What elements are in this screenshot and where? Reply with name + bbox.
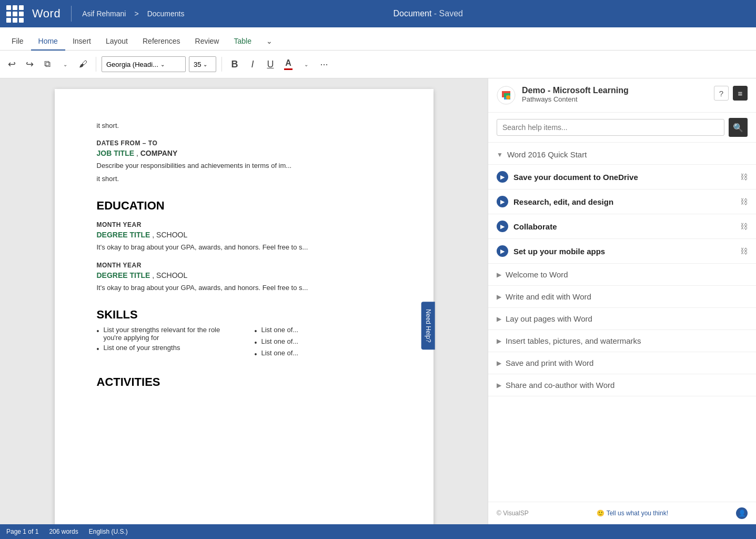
more-tools-button[interactable]: ···: [317, 56, 331, 73]
education-heading: EDUCATION: [97, 199, 391, 213]
section-label-5: Share and co-author with Word: [506, 381, 614, 390]
font-selector[interactable]: Georgia (Headi... ⌄: [102, 56, 186, 72]
section-label-4: Save and print with Word: [506, 358, 593, 367]
document-area: it short. DATES FROM – TO JOB TITLE , CO…: [0, 78, 488, 524]
word-count: 206 words: [49, 528, 78, 535]
expand-icon-0: ▶: [497, 271, 501, 278]
skills-col-2: • List one of... • List one of... • List…: [255, 326, 391, 361]
edu-desc-2: It's okay to brag about your GPA, awards…: [97, 283, 391, 293]
divider-2: [221, 57, 222, 72]
intro-text: it short.: [97, 121, 391, 131]
skills-grid: • List your strengths relevant for the r…: [97, 326, 391, 361]
tab-insert[interactable]: Insert: [65, 33, 98, 51]
section-label-1: Write and edit with Word: [506, 292, 591, 301]
bullet-5: •: [255, 350, 257, 358]
skill-2: • List one of your strengths: [97, 344, 234, 353]
job-title-line: JOB TITLE , COMPANY: [97, 149, 391, 157]
edu-dates-2: MONTH YEAR: [97, 262, 391, 269]
tab-table[interactable]: Table: [226, 33, 258, 51]
tab-home[interactable]: Home: [31, 33, 65, 51]
search-bar: 🔍: [488, 113, 756, 143]
svg-point-1: [506, 95, 510, 99]
breadcrumb-user[interactable]: Asif Rehmani: [82, 9, 126, 18]
dates-label: DATES FROM – TO: [97, 139, 391, 147]
divider-1: [96, 57, 96, 72]
title-divider: [71, 6, 72, 22]
pathway-item-2[interactable]: ▶ Collaborate ⛓: [488, 214, 756, 239]
skill-1: • List your strengths relevant for the r…: [97, 326, 234, 342]
tab-dropdown[interactable]: ⌄: [259, 33, 280, 51]
footer-user-icon[interactable]: 👤: [736, 507, 748, 519]
link-icon-0: ⛓: [740, 173, 748, 181]
expand-icon-4: ▶: [497, 360, 501, 367]
link-icon-3: ⛓: [740, 247, 748, 255]
menu-icon-btn[interactable]: ≡: [733, 86, 748, 101]
breadcrumb-location[interactable]: Documents: [147, 9, 185, 18]
paste-dropdown[interactable]: ⌄: [58, 56, 73, 73]
language: English (U.S.): [89, 528, 128, 535]
tab-references[interactable]: References: [135, 33, 188, 51]
font-color-button[interactable]: A: [281, 56, 296, 73]
redo-button[interactable]: ↪: [22, 56, 37, 73]
document-page: it short. DATES FROM – TO JOB TITLE , CO…: [55, 89, 434, 524]
quick-start-section: ▼ Word 2016 Quick Start ▶ Save your docu…: [488, 143, 756, 264]
italic-button[interactable]: I: [245, 56, 260, 73]
search-icon: 🔍: [733, 123, 743, 133]
bullet-2: •: [97, 345, 99, 353]
link-icon-2: ⛓: [740, 222, 748, 231]
ribbon: File Home Insert Layout References Revie…: [0, 27, 756, 78]
font-color-bar: [284, 68, 293, 70]
main-area: it short. DATES FROM – TO JOB TITLE , CO…: [0, 78, 756, 524]
pathway-item-1[interactable]: ▶ Research, edit, and design ⛓: [488, 189, 756, 214]
section-welcome[interactable]: ▶ Welcome to Word: [488, 264, 756, 286]
underline-button[interactable]: U: [263, 56, 278, 73]
section-insert[interactable]: ▶ Insert tables, pictures, and watermark…: [488, 330, 756, 352]
section-label-2: Lay out pages with Word: [506, 314, 592, 323]
format-painter-button[interactable]: 🖌: [76, 56, 90, 73]
pathway-item-3[interactable]: ▶ Set up your mobile apps ⛓: [488, 239, 756, 264]
search-button[interactable]: 🔍: [729, 118, 748, 137]
tab-review[interactable]: Review: [188, 33, 227, 51]
tab-file[interactable]: File: [4, 33, 31, 51]
panel-footer: © VisualSP 🙂 Tell us what you think! 👤: [488, 502, 756, 524]
section-layout[interactable]: ▶ Lay out pages with Word: [488, 308, 756, 330]
section-save-print[interactable]: ▶ Save and print with Word: [488, 352, 756, 374]
pathway-arrow-0: ▶: [497, 171, 508, 183]
school-2: SCHOOL: [156, 271, 187, 280]
quick-start-header[interactable]: ▼ Word 2016 Quick Start: [488, 143, 756, 165]
activities-heading: ACTIVITIES: [97, 375, 391, 389]
undo-button[interactable]: ↩: [4, 56, 19, 73]
pathway-item-0[interactable]: ▶ Save your document to OneDrive ⛓: [488, 165, 756, 189]
panel-title: Demo - Microsoft Learning: [522, 86, 708, 95]
panel-content: ▼ Word 2016 Quick Start ▶ Save your docu…: [488, 143, 756, 502]
footer-feedback-link[interactable]: 🙂 Tell us what you think!: [597, 510, 668, 517]
need-help-label: Need Help?: [425, 309, 432, 342]
section-write-edit[interactable]: ▶ Write and edit with Word: [488, 286, 756, 308]
section-share[interactable]: ▶ Share and co-author with Word: [488, 374, 756, 396]
section-label-0: Welcome to Word: [506, 270, 568, 279]
ribbon-toolbar: ↩ ↪ ⧉ ⌄ 🖌 Georgia (Headi... ⌄ 35 ⌄ B I U…: [0, 51, 756, 78]
visualsp-logo: [497, 86, 516, 105]
clipboard-button[interactable]: ⧉: [40, 56, 55, 73]
link-icon-1: ⛓: [740, 197, 748, 206]
skill-3: • List one of...: [255, 326, 391, 335]
edu-desc-1: It's okay to brag about your GPA, awards…: [97, 242, 391, 253]
collapse-icon: ▼: [497, 151, 503, 158]
font-color-letter: A: [285, 58, 291, 68]
need-help-tab[interactable]: Need Help?: [421, 302, 435, 350]
bold-button[interactable]: B: [227, 56, 242, 73]
help-icon-btn[interactable]: ?: [714, 86, 729, 101]
tab-layout[interactable]: Layout: [98, 33, 135, 51]
font-size-selector[interactable]: 35 ⌄: [189, 56, 216, 72]
bullet-1: •: [97, 327, 99, 335]
font-color-dropdown[interactable]: ⌄: [299, 56, 314, 73]
degree-2: DEGREE TITLE: [97, 271, 150, 280]
skill-5: • List one of...: [255, 349, 391, 358]
search-input[interactable]: [497, 119, 724, 136]
pathway-label-0: Save your document to OneDrive: [513, 173, 735, 182]
job-desc-1: Describe your responsibilities and achie…: [97, 161, 391, 171]
app-grid-icon[interactable]: [6, 5, 24, 23]
pathway-label-1: Research, edit, and design: [513, 197, 735, 206]
panel-subtitle: Pathways Content: [522, 95, 708, 103]
pathway-label-3: Set up your mobile apps: [513, 247, 735, 256]
